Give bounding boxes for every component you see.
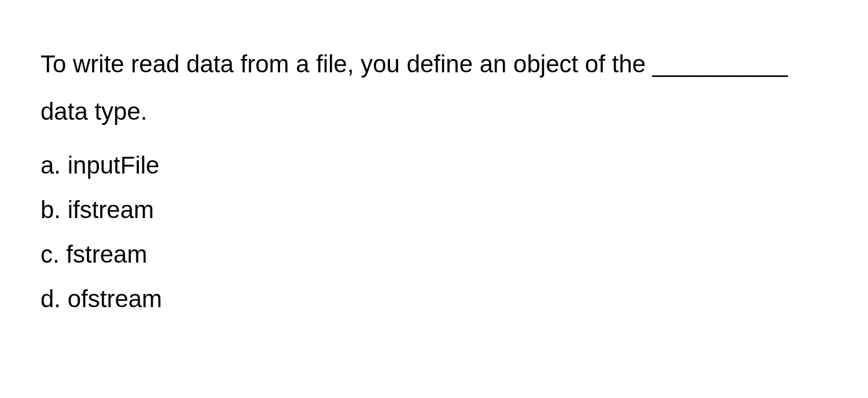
option-text: inputFile	[68, 152, 160, 179]
option-b: b. ifstream	[41, 190, 827, 229]
option-label: d.	[41, 285, 61, 312]
option-c: c. fstream	[41, 235, 827, 274]
option-d: d. ofstream	[41, 279, 827, 318]
option-label: b.	[41, 196, 61, 223]
question-text: To write read data from a file, you defi…	[41, 40, 827, 135]
option-a: a. inputFile	[41, 146, 827, 185]
option-text: ifstream	[68, 196, 154, 223]
option-text: fstream	[66, 241, 147, 268]
option-label: c.	[41, 241, 60, 268]
option-label: a.	[41, 152, 61, 179]
options-list: a. inputFile b. ifstream c. fstream d. o…	[41, 146, 827, 319]
option-text: ofstream	[68, 285, 162, 312]
